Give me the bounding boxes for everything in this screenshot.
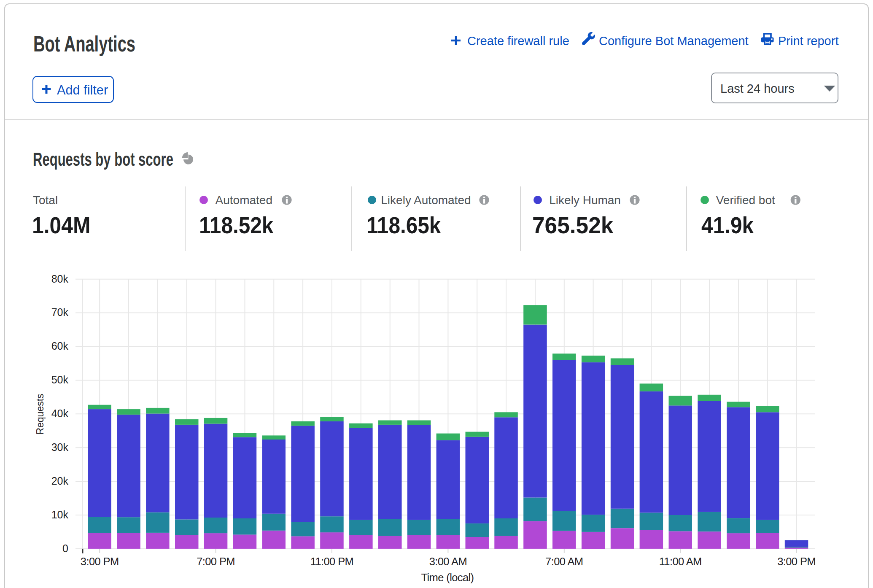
svg-text:7:00 AM: 7:00 AM: [545, 556, 583, 567]
svg-text:3:00 PM: 3:00 PM: [81, 556, 119, 567]
svg-text:50k: 50k: [51, 374, 69, 386]
svg-text:40k: 40k: [51, 407, 69, 419]
svg-text:3:00 PM: 3:00 PM: [777, 556, 816, 567]
svg-text:30k: 30k: [51, 441, 69, 453]
svg-text:0: 0: [62, 542, 68, 554]
svg-text:70k: 70k: [51, 306, 69, 318]
svg-text:Time (local): Time (local): [421, 572, 474, 583]
svg-text:60k: 60k: [51, 340, 69, 352]
svg-text:80k: 80k: [51, 273, 69, 285]
svg-text:3:00 AM: 3:00 AM: [429, 556, 467, 567]
svg-text:10k: 10k: [51, 509, 69, 521]
svg-text:Requests: Requests: [35, 394, 46, 434]
svg-text:11:00 PM: 11:00 PM: [310, 556, 353, 567]
svg-text:7:00 PM: 7:00 PM: [197, 556, 235, 567]
svg-text:11:00 AM: 11:00 AM: [659, 556, 702, 567]
svg-text:20k: 20k: [51, 475, 69, 487]
